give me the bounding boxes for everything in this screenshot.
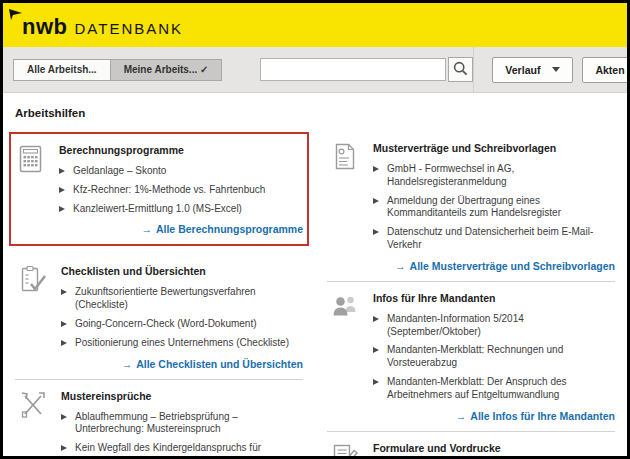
triangle-bullet-icon (373, 347, 379, 353)
verlauf-dropdown-button[interactable]: Verlauf (492, 57, 573, 83)
chevron-down-icon (552, 67, 560, 72)
list-item[interactable]: GmbH - Formwechsel in AG, Handelsregiste… (373, 163, 615, 189)
app-window: { "ui": { "link_arrow": "→" }, "header":… (0, 0, 630, 459)
list-item[interactable]: Kfz-Rechner: 1%-Methode vs. Fahrtenbuch (59, 184, 303, 197)
alle-mandanten-infos-link[interactable]: →Alle Infos für Ihre Mandanten (373, 410, 615, 422)
arrow-right-icon: → (122, 358, 133, 370)
page-title: Arbeitshilfen (15, 107, 615, 119)
people-icon (327, 290, 373, 427)
search-input[interactable] (260, 58, 446, 81)
search-button[interactable] (448, 57, 473, 82)
toolbar: Alle Arbeitsh... Meine Arbeits... ✓ Verl… (3, 47, 627, 93)
section-title: Berechnungsprogramme (59, 144, 303, 156)
section-formulare: Formulare und Vordrucke Formular-Assiste… (327, 432, 615, 459)
tab-alle-arbeitshilfen[interactable]: Alle Arbeitsh... (13, 59, 111, 81)
search-group (260, 57, 473, 82)
list-item[interactable]: Mandanten-Merkblatt: Der Anspruch des Ar… (373, 376, 615, 402)
section-title: Infos für Ihre Mandanten (373, 292, 615, 304)
arrow-right-icon: → (456, 410, 467, 422)
brand-header: nwb DATENBANK (3, 3, 627, 47)
arrow-right-icon: → (395, 260, 406, 272)
triangle-bullet-icon (61, 340, 67, 346)
main-content: Arbeitshilfen B (3, 93, 627, 459)
list-item[interactable]: Mandanten-Information 5/2014 (September/… (373, 313, 615, 339)
list-item[interactable]: Positionierung eines Unternehmens (Check… (61, 337, 303, 350)
triangle-bullet-icon (61, 289, 67, 295)
tab-meine-arbeitshilfen[interactable]: Meine Arbeits... ✓ (111, 59, 223, 81)
section-berechnungsprogramme: Berechnungsprogramme Geldanlage – Skonto… (9, 132, 309, 246)
logo-text-primary: nwb (22, 14, 68, 40)
section-mustervertraege: Musterverträge und Schreibvorlagen GmbH … (327, 132, 615, 282)
list-item[interactable]: Kein Wegfall des Kindergeldanspruchs für… (61, 442, 303, 459)
toolbar-divider (473, 47, 474, 93)
logo-text-secondary: DATENBANK (75, 20, 184, 37)
section-title: Formulare und Vordrucke (373, 442, 615, 454)
triangle-bullet-icon (61, 321, 67, 327)
triangle-bullet-icon (373, 198, 379, 204)
alle-mustervertraege-link[interactable]: →Alle Musterverträge und Schreibvorlagen (373, 260, 615, 272)
form-pencil-icon (327, 440, 373, 459)
section-mandanten-infos: Infos für Ihre Mandanten Mandanten-Infor… (327, 282, 615, 432)
triangle-bullet-icon (59, 168, 65, 174)
triangle-bullet-icon (61, 445, 67, 451)
triangle-bullet-icon (373, 166, 379, 172)
left-column: Berechnungsprogramme Geldanlage – Skonto… (15, 132, 303, 459)
search-icon (453, 61, 468, 79)
alle-berechnungsprogramme-link[interactable]: →Alle Berechnungsprogramme (59, 223, 303, 235)
akten-label: Akten (595, 64, 624, 76)
alle-checklisten-link[interactable]: →Alle Checklisten und Übersichten (61, 358, 303, 370)
checklist-icon (15, 263, 61, 374)
section-title: Mustereinsprüche (61, 390, 303, 402)
list-item[interactable]: Zukunftsorientierte Bewertungsverfahren … (61, 286, 303, 312)
section-title: Musterverträge und Schreibvorlagen (373, 142, 615, 154)
triangle-bullet-icon (59, 206, 65, 212)
section-title: Checklisten und Übersichten (61, 265, 303, 277)
document-icon (327, 140, 373, 277)
triangle-bullet-icon (373, 379, 379, 385)
list-item[interactable]: Ablaufhemmung – Betriebsprüfung – Unterb… (61, 411, 303, 437)
arrow-right-icon: → (141, 223, 152, 235)
section-mustereinsprueche: Mustereinsprüche Ablaufhemmung – Betrieb… (15, 380, 303, 459)
list-item[interactable]: Kanzleiwert-Ermittlung 1.0 (MS-Excel) (59, 203, 303, 216)
list-item[interactable]: Mandanten-Merkblatt: Rechnungen und Vors… (373, 344, 615, 370)
right-column: Musterverträge und Schreibvorlagen GmbH … (327, 132, 615, 459)
workspace-tabs: Alle Arbeitsh... Meine Arbeits... ✓ (13, 59, 222, 81)
tools-icon (15, 388, 61, 459)
triangle-bullet-icon (373, 316, 379, 322)
nwb-logo[interactable]: nwb DATENBANK (22, 14, 183, 40)
triangle-bullet-icon (373, 229, 379, 235)
cursor-arrow-icon (9, 6, 22, 24)
list-item[interactable]: Anmeldung der Übertragung eines Kommandi… (373, 195, 615, 221)
section-checklisten: Checklisten und Übersichten Zukunftsorie… (15, 255, 303, 379)
list-item[interactable]: Geldanlage – Skonto (59, 165, 303, 178)
triangle-bullet-icon (61, 414, 67, 420)
akten-button[interactable]: Akten (582, 57, 630, 83)
toolbar-right-group: Verlauf Akten (473, 47, 630, 93)
list-item[interactable]: Datenschutz und Datensicherheit beim E-M… (373, 226, 615, 252)
calculator-icon (13, 142, 59, 240)
verlauf-label: Verlauf (505, 64, 540, 76)
triangle-bullet-icon (59, 187, 65, 193)
list-item[interactable]: Going-Concern-Check (Word-Dokument) (61, 318, 303, 331)
